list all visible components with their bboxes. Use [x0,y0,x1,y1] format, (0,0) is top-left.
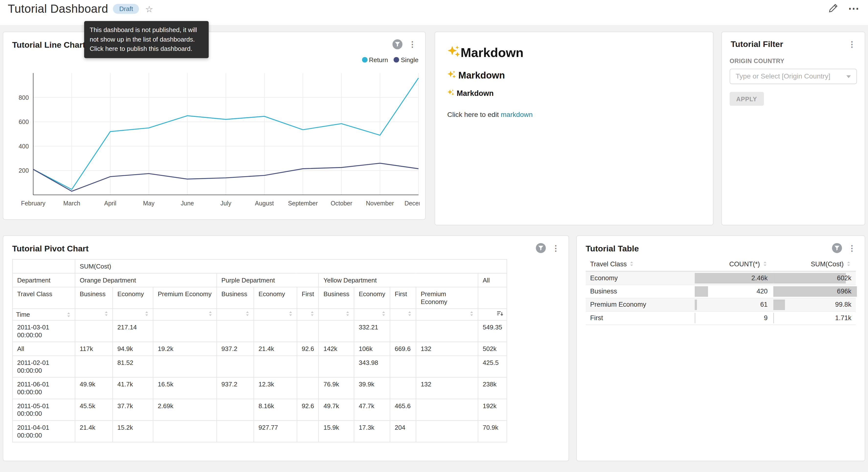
kebab-menu-icon[interactable]: ⋮ [552,244,560,252]
pivot-cell: 192k [478,399,507,421]
pivot-row-label: All [12,342,75,356]
pivot-cell: 937.2 [217,342,254,356]
pivot-cell: 47.7k [354,399,390,421]
column-header-count[interactable]: COUNT(*) [694,258,772,271]
filter-indicator-icon[interactable] [832,243,842,253]
sort-icon[interactable] [469,311,474,317]
pivot-cell: 45.5k [75,399,113,421]
sort-icon[interactable] [245,311,250,317]
pivot-cell [416,421,478,442]
pivot-cell: 15.2k [113,421,153,442]
pivot-cell [319,356,354,377]
sort-desc-icon[interactable] [497,311,503,317]
sparkles-icon [447,70,456,82]
sort-icon[interactable] [407,311,412,317]
edit-dashboard-icon[interactable] [829,3,838,13]
kebab-menu-icon[interactable]: ⋮ [409,40,416,48]
sum-cell: 696k [772,285,856,298]
pivot-cell: 669.6 [390,342,416,356]
page-title: Tutorial Dashboard [8,2,108,16]
pivot-cell [416,320,478,342]
pivot-cell: 92.6 [297,399,319,421]
filter-indicator-icon[interactable] [393,39,402,50]
kebab-menu-icon[interactable]: ⋮ [848,40,856,48]
sort-icon[interactable] [103,311,109,317]
origin-country-select[interactable]: Type or Select [Origin Country] [730,69,857,84]
sort-icon[interactable] [629,261,634,267]
pivot-cell [390,356,416,377]
pivot-cell [416,399,478,421]
legend-item[interactable]: Single [394,57,418,63]
svg-text:200: 200 [19,167,29,174]
pivot-cell: 132 [416,377,478,399]
pivot-cell: 94.9k [113,342,153,356]
column-header-travel-class[interactable]: Travel Class [586,258,694,271]
pivot-cell: 142k [319,342,354,356]
pivot-cell [254,356,297,377]
pivot-table: SUM(Cost)DepartmentOrange DepartmentPurp… [12,259,507,443]
sparkles-icon [447,89,454,97]
sort-icon[interactable] [208,311,213,317]
sort-icon[interactable] [846,261,851,267]
svg-text:October: October [331,200,352,207]
svg-text:June: June [181,200,194,207]
pivot-sort-cell [153,308,217,320]
sum-cell: 602k [772,271,856,285]
markdown-heading-1: Markdown [447,44,701,61]
filter-indicator-icon[interactable] [536,243,546,253]
pivot-cell [254,320,297,342]
table-row: Business420696k [586,285,856,298]
travel-class-cell: Economy [586,271,694,285]
sort-icon[interactable] [66,312,71,318]
markdown-edit-link[interactable]: markdown [501,111,533,119]
sparkles-icon [447,44,460,61]
chevron-down-icon [846,75,851,78]
svg-text:400: 400 [19,143,29,150]
legend-item[interactable]: Return [362,57,388,63]
markdown-paragraph: Click here to edit markdown [447,111,701,119]
draft-badge[interactable]: Draft [113,4,139,14]
pivot-group-header: All [478,273,507,287]
pivot-row: 2011-02-01 00:00:0081.52343.98425.5 [12,356,507,377]
sort-icon[interactable] [310,311,315,317]
favorite-star-icon[interactable]: ☆ [145,4,153,14]
kebab-menu-icon[interactable]: ⋮ [848,244,856,252]
apply-button[interactable]: APPLY [730,92,764,106]
sort-icon[interactable] [762,261,768,267]
pivot-subcol-header: Business [217,287,254,308]
table-row: First91.71k [586,311,856,324]
unpublished-tooltip: This dashboard is not published, it will… [84,21,209,58]
pivot-class-header: Travel Class [12,287,75,308]
pivot-cell: 17.3k [354,421,390,442]
count-cell: 2.46k [694,271,772,285]
svg-text:February: February [21,200,45,207]
more-menu-icon[interactable]: ⋯ [848,4,859,12]
sort-icon[interactable] [381,311,386,317]
pivot-cell [297,320,319,342]
svg-text:March: March [63,200,80,207]
pivot-sort-cell [113,308,153,320]
sort-icon[interactable] [288,311,293,317]
pivot-title: Tutorial Pivot Chart [12,243,89,253]
pivot-cell: 49.7k [319,399,354,421]
sort-icon[interactable] [345,311,351,317]
header-actions: ⋯ [829,3,859,13]
pivot-cell [75,356,113,377]
pivot-cell [153,320,217,342]
pivot-sort-cell [75,308,113,320]
pivot-sort-cell [217,308,254,320]
pivot-row: All117k94.9k19.2k937.221.4k92.6142k106k6… [12,342,507,356]
sort-icon[interactable] [144,311,150,317]
pivot-cell: 217.14 [113,320,153,342]
pivot-cell: 12.3k [254,377,297,399]
pivot-cell [217,421,254,442]
filter-title: Tutorial Filter [731,39,783,49]
pivot-subcol-header: Economy [113,287,153,308]
column-header-sum[interactable]: SUM(Cost) [772,258,856,271]
pivot-cell: 8.16k [254,399,297,421]
pivot-time-header: Time [12,308,75,320]
pivot-subcol-header: Economy [354,287,390,308]
sum-cell: 99.8k [772,298,856,311]
select-placeholder: Type or Select [Origin Country] [736,72,830,81]
pivot-subcol-header: First [297,287,319,308]
